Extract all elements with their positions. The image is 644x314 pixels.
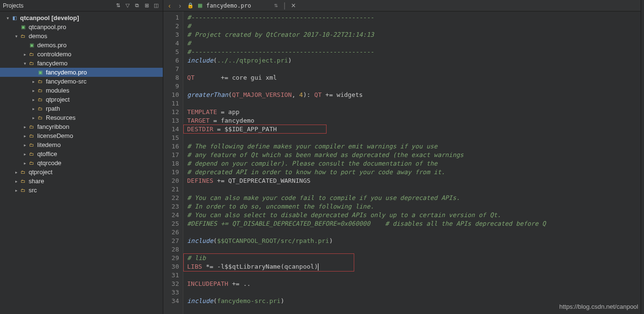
code-line[interactable]: TARGET = fancydemo (187, 116, 641, 125)
updown-icon[interactable]: ⇅ (114, 2, 122, 10)
code-line[interactable]: INCLUDEPATH += .. (187, 280, 641, 288)
pro-icon: ▣ (36, 69, 44, 76)
tree-item[interactable]: ▸🗀Resources (0, 113, 163, 122)
tree-item[interactable]: ▾🗀fancydemo (0, 59, 163, 68)
tree-item[interactable]: ▾◧qtcanpool [develop] (0, 13, 163, 22)
code-line[interactable]: DEFINES += QT_DEPRECATED_WARNINGS (187, 177, 641, 185)
code-token: TARGET (187, 117, 210, 124)
right-splitter[interactable] (641, 0, 644, 314)
tree-item[interactable]: ▸🗀fancydemo-src (0, 77, 163, 86)
project-tree[interactable]: ▾◧qtcanpool [develop]▣qtcanpool.pro▾🗀dem… (0, 11, 163, 314)
tab-close-icon[interactable]: × (291, 1, 296, 10)
tree-arrow-icon[interactable]: ▸ (13, 170, 19, 175)
code-line[interactable] (187, 288, 641, 297)
code-line[interactable]: # In order to do so, uncomment the follo… (187, 202, 641, 211)
tree-item[interactable]: ▣qtcanpool.pro (0, 22, 163, 31)
lock-icon[interactable]: 🔒 (187, 2, 194, 9)
code-line[interactable]: #---------------------------------------… (187, 48, 641, 56)
tree-item[interactable]: ▸🗀rpath (0, 104, 163, 113)
tree-item[interactable]: ▸🗀qtproject (0, 167, 163, 177)
code-line[interactable]: # (187, 39, 641, 48)
code-line[interactable] (187, 65, 641, 73)
link-icon[interactable]: ⧉ (133, 2, 141, 10)
code-token: += (213, 177, 228, 184)
tree-arrow-icon[interactable]: ▸ (31, 79, 36, 84)
add-icon[interactable]: ⊞ (143, 2, 150, 10)
code-line[interactable]: # any feature of Qt which as been marked… (187, 151, 641, 159)
folder-icon: 🗀 (28, 132, 35, 140)
tree-arrow-icon[interactable]: ▸ (13, 179, 19, 184)
code-line[interactable]: # deprecated API in order to know how to… (187, 168, 641, 177)
code-line[interactable]: # lib (187, 254, 641, 262)
code-line[interactable] (187, 228, 641, 237)
code-line[interactable]: # You can also select to disable depreca… (187, 211, 641, 220)
code-line[interactable]: # depend on your compiler). Please consu… (187, 159, 641, 168)
code-line[interactable]: TEMPLATE = app (187, 108, 641, 116)
code-token: += (228, 280, 243, 287)
tree-label: controldemo (37, 51, 72, 58)
nav-back-icon[interactable]: ‹ (166, 2, 173, 10)
tree-arrow-icon[interactable]: ▸ (22, 143, 28, 147)
tree-arrow-icon[interactable]: ▸ (22, 161, 28, 166)
tree-arrow-icon[interactable]: ▸ (22, 134, 28, 138)
tree-arrow-icon[interactable]: ▾ (5, 16, 11, 21)
tree-item[interactable]: ▾🗀demos (0, 31, 163, 41)
tree-arrow-icon[interactable]: ▸ (31, 106, 36, 111)
code-token: $$QTCANPOOL_ROOT/src/rpath.pri (217, 237, 329, 244)
code-line[interactable]: # Project created by QtCreator 2017-10-2… (187, 31, 641, 39)
code-token: ) (329, 237, 333, 244)
code-line[interactable]: # (187, 22, 641, 31)
code-line[interactable]: DESTDIR = $$IDE_APP_PATH (187, 125, 641, 134)
tree-item[interactable]: ▸🗀litedemo (0, 140, 163, 149)
code-line[interactable]: QT += core gui xml (187, 73, 641, 82)
code-token: -l$$qtLibraryName (217, 263, 281, 270)
code-line[interactable] (187, 99, 641, 108)
tree-arrow-icon[interactable]: ▸ (22, 125, 28, 129)
code-line[interactable] (187, 82, 641, 91)
tree-item[interactable]: ▸🗀qtqrcode (0, 158, 163, 167)
code-line[interactable] (187, 271, 641, 280)
code-token: fancydemo-src.pri (217, 297, 281, 304)
tree-arrow-icon[interactable]: ▸ (13, 188, 19, 193)
split-icon[interactable]: ◫ (152, 2, 160, 10)
tree-arrow-icon[interactable]: ▸ (22, 52, 28, 57)
code-line[interactable] (187, 245, 641, 254)
code-line[interactable]: greaterThan(QT_MAJOR_VERSION, 4): QT += … (187, 91, 641, 99)
tree-arrow-icon[interactable]: ▾ (22, 61, 28, 66)
code-line[interactable]: include(../../qtproject.pri) (187, 56, 641, 65)
code-line[interactable] (187, 185, 641, 194)
tab-dropdown-icon[interactable]: ⇅ (274, 3, 278, 8)
tree-item[interactable]: ▸🗀modules (0, 86, 163, 95)
tree-arrow-icon[interactable]: ▸ (22, 152, 28, 157)
tree-item[interactable]: ▣demos.pro (0, 41, 163, 50)
tree-arrow-icon[interactable]: ▾ (13, 34, 19, 39)
code-line[interactable]: LIBS *= -l$$qtLibraryName(qcanpool) (187, 262, 641, 271)
tree-item[interactable]: ▸🗀fancyribbon (0, 122, 163, 131)
tree-item[interactable]: ▣fancydemo.pro (0, 68, 163, 77)
tree-item[interactable]: ▸🗀controldemo (0, 50, 163, 59)
code-line[interactable]: # You can also make your code fail to co… (187, 194, 641, 202)
line-number: 3 (163, 31, 179, 39)
code-editor[interactable]: 1234567891011121314151617181920212223242… (163, 11, 641, 314)
code-token: include (187, 57, 213, 64)
code-token: #---------------------------------------… (187, 14, 374, 21)
tree-item[interactable]: ▸🗀src (0, 186, 163, 195)
code-line[interactable]: # The following define makes your compil… (187, 142, 641, 151)
code-line[interactable] (187, 134, 641, 142)
line-number: 26 (163, 228, 179, 237)
tree-item[interactable]: ▸🗀licenseDemo (0, 131, 163, 140)
tab-filename[interactable]: fancydemo.pro (206, 2, 251, 9)
nav-forward-icon[interactable]: › (177, 2, 183, 10)
code-content[interactable]: #---------------------------------------… (183, 11, 641, 314)
tree-item[interactable]: ▸🗀qtproject (0, 95, 163, 104)
tree-item[interactable]: ▸🗀qtoffice (0, 149, 163, 158)
tree-arrow-icon[interactable]: ▸ (31, 97, 36, 102)
code-line[interactable]: #DEFINES += QT_DISABLE_DEPRECATED_BEFORE… (187, 220, 641, 228)
tree-arrow-icon[interactable]: ▸ (31, 115, 36, 120)
tree-item[interactable]: ▸🗀share (0, 177, 163, 186)
code-line[interactable]: #---------------------------------------… (187, 13, 641, 22)
filter-icon[interactable]: ▽ (124, 2, 131, 10)
tree-arrow-icon[interactable]: ▸ (31, 88, 36, 93)
code-line[interactable]: include($$QTCANPOOL_ROOT/src/rpath.pri) (187, 237, 641, 245)
code-token: ( (213, 57, 217, 64)
